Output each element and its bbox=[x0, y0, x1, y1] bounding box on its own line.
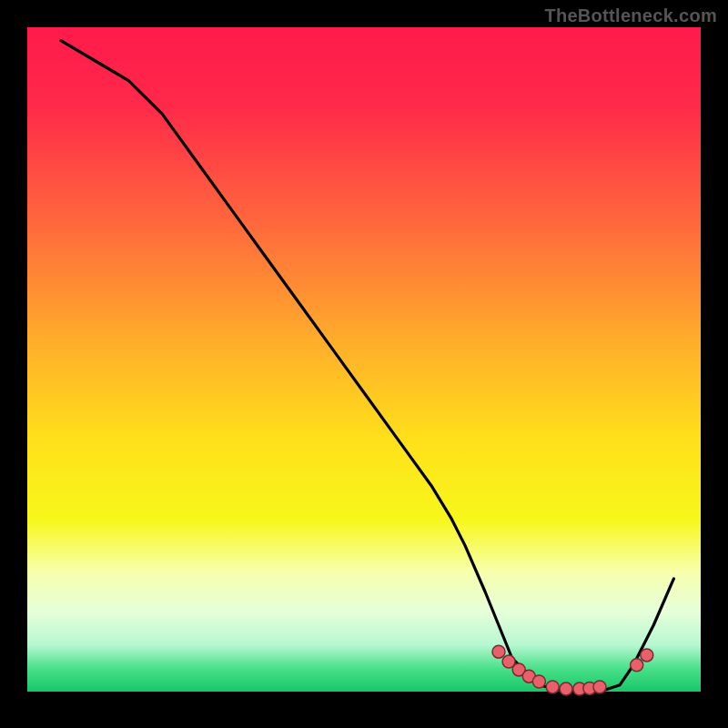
highlight-marker bbox=[641, 649, 653, 662]
highlight-marker bbox=[593, 681, 606, 693]
highlight-marker bbox=[560, 682, 572, 695]
highlight-marker bbox=[631, 659, 643, 672]
highlight-marker bbox=[546, 681, 559, 693]
chart-canvas bbox=[0, 0, 728, 728]
watermark-label: TheBottleneck.com bbox=[544, 5, 717, 26]
highlight-marker bbox=[532, 675, 545, 688]
gradient-background bbox=[27, 27, 701, 692]
highlight-marker bbox=[492, 645, 505, 658]
chart-root: TheBottleneck.com bbox=[0, 0, 728, 728]
